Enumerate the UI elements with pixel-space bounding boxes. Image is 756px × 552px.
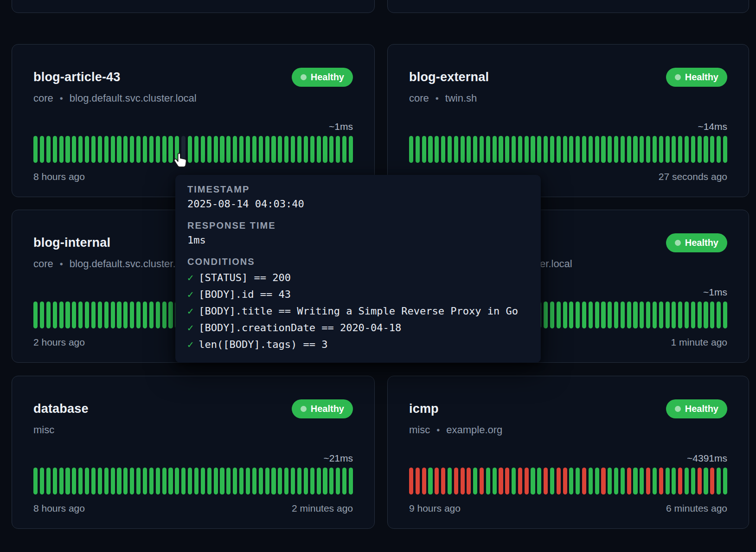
health-bar[interactable] (162, 468, 167, 494)
health-bar[interactable] (194, 468, 199, 494)
health-bar[interactable] (310, 136, 314, 163)
health-bar[interactable] (512, 136, 516, 163)
health-bar[interactable] (441, 136, 445, 163)
health-bar[interactable] (428, 468, 432, 494)
health-bar[interactable] (595, 302, 599, 328)
health-bar[interactable] (149, 468, 154, 494)
endpoint-title[interactable]: blog-internal (33, 236, 110, 250)
health-bar[interactable] (505, 136, 509, 163)
card-blog-article-43[interactable]: blog-article-43 Healthy core • blog.defa… (12, 44, 375, 197)
health-bar[interactable] (691, 136, 695, 163)
health-bar[interactable] (342, 468, 346, 494)
health-bar[interactable] (117, 468, 121, 494)
health-bar[interactable] (207, 468, 211, 494)
card-database[interactable]: database Healthy misc ~21ms 8 hours ago … (12, 376, 375, 529)
health-bar[interactable] (136, 302, 141, 328)
health-bar[interactable] (207, 136, 211, 163)
health-bar[interactable] (627, 136, 631, 163)
health-bar[interactable] (310, 468, 314, 494)
health-bar[interactable] (117, 302, 121, 328)
health-bar[interactable] (98, 302, 102, 328)
health-bar[interactable] (156, 302, 160, 328)
health-bar[interactable] (336, 136, 340, 163)
health-bar[interactable] (40, 468, 44, 494)
health-bar[interactable] (633, 302, 637, 328)
health-bar[interactable] (323, 136, 327, 163)
health-bar[interactable] (704, 302, 708, 328)
health-bar[interactable] (531, 136, 535, 163)
health-bar[interactable] (304, 136, 308, 163)
health-bar[interactable] (704, 468, 708, 494)
health-bar[interactable] (525, 468, 529, 494)
health-bar[interactable] (181, 468, 186, 494)
health-bar[interactable] (608, 468, 612, 494)
health-bar[interactable] (608, 302, 612, 328)
health-bar[interactable] (569, 302, 573, 328)
health-bar[interactable] (589, 468, 593, 494)
health-bar[interactable] (149, 302, 154, 328)
health-bar[interactable] (672, 136, 676, 163)
health-bar[interactable] (278, 468, 282, 494)
health-bar[interactable] (518, 468, 522, 494)
health-bar[interactable] (704, 136, 708, 163)
health-bar[interactable] (448, 468, 452, 494)
health-bar[interactable] (557, 302, 561, 328)
health-bar[interactable] (473, 468, 477, 494)
health-bar[interactable] (557, 136, 561, 163)
health-bar[interactable] (220, 468, 224, 494)
health-bar[interactable] (493, 468, 497, 494)
health-bar[interactable] (614, 468, 618, 494)
health-history[interactable] (33, 136, 353, 163)
health-bar[interactable] (691, 302, 695, 328)
health-bar[interactable] (608, 136, 612, 163)
health-bar[interactable] (59, 302, 64, 328)
health-bar[interactable] (214, 468, 218, 494)
health-bar[interactable] (65, 302, 70, 328)
health-bar[interactable] (416, 468, 420, 494)
health-bar[interactable] (98, 136, 102, 163)
health-bar[interactable] (467, 468, 471, 494)
health-bar[interactable] (111, 302, 115, 328)
health-bar[interactable] (685, 136, 689, 163)
health-bar[interactable] (595, 136, 599, 163)
health-bar[interactable] (576, 302, 580, 328)
health-bar[interactable] (104, 468, 109, 494)
health-bar[interactable] (710, 136, 714, 163)
health-bar[interactable] (698, 468, 702, 494)
health-bar[interactable] (233, 468, 237, 494)
health-bar[interactable] (304, 468, 308, 494)
health-bar[interactable] (454, 136, 458, 163)
health-bar[interactable] (646, 468, 650, 494)
endpoint-title[interactable]: blog-external (409, 70, 489, 84)
health-bar[interactable] (278, 136, 282, 163)
health-bar[interactable] (291, 136, 295, 163)
health-bar[interactable] (91, 136, 96, 163)
health-history[interactable] (409, 136, 727, 163)
health-bar[interactable] (678, 468, 682, 494)
health-bar[interactable] (723, 302, 727, 328)
health-bar[interactable] (33, 302, 38, 328)
health-bar[interactable] (188, 136, 192, 163)
health-bar[interactable] (601, 302, 605, 328)
health-bar[interactable] (525, 136, 529, 163)
health-bar[interactable] (666, 302, 670, 328)
health-bar[interactable] (422, 136, 426, 163)
health-bar[interactable] (416, 136, 420, 163)
health-bar[interactable] (409, 468, 413, 494)
health-bar[interactable] (317, 136, 321, 163)
health-bar[interactable] (143, 468, 147, 494)
health-bar[interactable] (246, 468, 250, 494)
health-bar[interactable] (181, 136, 186, 163)
health-bar[interactable] (85, 302, 89, 328)
health-bar[interactable] (104, 302, 109, 328)
health-bar[interactable] (659, 468, 663, 494)
health-bar[interactable] (201, 136, 205, 163)
health-bar[interactable] (342, 136, 346, 163)
health-bar[interactable] (246, 136, 250, 163)
health-bar[interactable] (480, 468, 484, 494)
health-bar[interactable] (265, 468, 269, 494)
health-bar[interactable] (627, 302, 631, 328)
health-bar[interactable] (297, 468, 301, 494)
health-bar[interactable] (569, 468, 573, 494)
health-bar[interactable] (422, 468, 426, 494)
